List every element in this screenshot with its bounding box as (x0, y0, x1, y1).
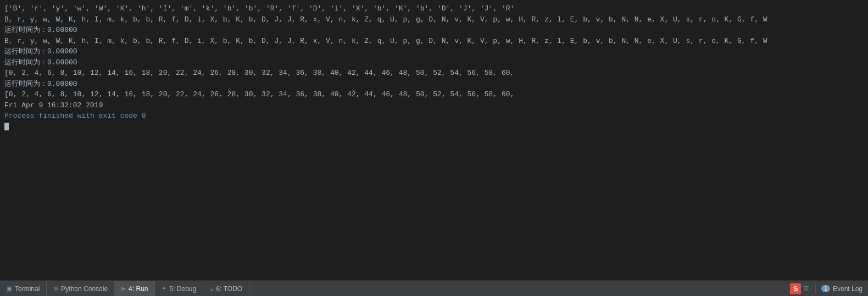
cursor-caret (4, 123, 9, 130)
right-side-bar: S 英· 1 Event Log (786, 281, 868, 296)
output-line-runtime: 运行时间为：0.00000 (4, 79, 864, 90)
output-line-runtime: 运行时间为：0.00000 (4, 46, 864, 57)
output-line-process: Process finished with exit code 0 (4, 111, 864, 122)
output-line-array: ['B', 'r', 'y', 'w', 'W', 'K', 'h', 'I',… (4, 3, 864, 14)
output-line-array: [0, 2, 4, 6, 8, 10, 12, 14, 16, 18, 20, … (4, 68, 864, 79)
output-line-array: B, r, y, w, W, K, h, I, m, k, b, b, R, f… (4, 14, 864, 25)
watermark-text: 英· (803, 284, 811, 293)
s-logo-icon: S (790, 283, 801, 294)
bottom-toolbar: ▣ Terminal ⊛ Python Console ▶ 4: Run ✦ 5… (0, 281, 868, 296)
output-line-date: Fri Apr 9 16:32:02 2019 (4, 100, 864, 111)
output-line-array: [0, 2, 4, 6, 8, 10, 12, 14, 16, 18, 20, … (4, 89, 864, 100)
event-log-tab[interactable]: 1 Event Log (815, 285, 868, 293)
tab-python-console[interactable]: ⊛ Python Console (47, 281, 115, 296)
tab-terminal-label: Terminal (15, 285, 40, 293)
tab-todo-label: 6: TODO (216, 285, 243, 293)
watermark: S 英· (786, 283, 815, 294)
event-log-label: Event Log (833, 285, 863, 293)
tab-terminal[interactable]: ▣ Terminal (0, 281, 47, 296)
event-log-badge: 1 (821, 285, 830, 292)
tab-run[interactable]: ▶ 4: Run (115, 281, 155, 296)
python-icon: ⊛ (53, 285, 58, 292)
tab-run-label: 4: Run (129, 285, 148, 293)
terminal-icon: ▣ (7, 285, 12, 292)
todo-icon: ≡ (210, 286, 213, 292)
output-line-array: B, r, y, w, W, K, h, I, m, k, b, b, R, f… (4, 36, 864, 47)
debug-icon: ✦ (162, 285, 166, 292)
output-line-cursor (4, 122, 864, 133)
output-console: ['B', 'r', 'y', 'w', 'W', 'K', 'h', 'I',… (0, 0, 868, 281)
tab-debug[interactable]: ✦ 5: Debug (155, 281, 203, 296)
output-line-runtime: 运行时间为：0.00000 (4, 25, 864, 36)
tab-todo[interactable]: ≡ 6: TODO (203, 281, 249, 296)
run-icon: ▶ (121, 285, 126, 292)
tab-python-label: Python Console (61, 285, 108, 293)
output-line-runtime: 运行时间为：0.00000 (4, 57, 864, 68)
tab-debug-label: 5: Debug (169, 285, 196, 293)
